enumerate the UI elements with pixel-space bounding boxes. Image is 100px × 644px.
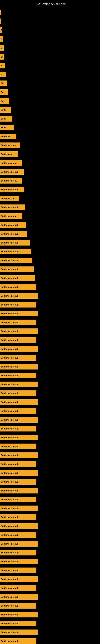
bar-label: | <box>0 20 1 22</box>
bar: Bottleneck result <box>0 408 36 414</box>
bar-label: Bottleneck <box>0 153 12 155</box>
bar-label: Bottleneck result <box>0 383 18 386</box>
bar: Bottleneck result <box>0 204 25 210</box>
bar-row: Bottleneck resu <box>0 158 100 168</box>
bar: Bottleneck result <box>0 461 36 467</box>
bar-label: Bottleneck result <box>0 604 18 607</box>
bar-row: Bot <box>0 96 100 106</box>
site-title: TheBottlenecker.com <box>0 1 100 8</box>
bar-row: Bottl <box>0 114 100 123</box>
bar-row: Bottleneck result <box>0 557 100 566</box>
bar: Bottleneck result <box>0 328 38 334</box>
bar-label: Bottleneck resu <box>0 162 17 164</box>
bar-label: Bottl <box>0 126 6 129</box>
bar-label: Bottleneck result <box>0 428 18 430</box>
bar-label: Bottleneck result <box>0 286 18 288</box>
bar: Bo <box>0 80 7 86</box>
bar-label: Bottleneck result <box>0 392 18 394</box>
bar-row: Bottleneck result <box>0 362 100 371</box>
bar-row: Bottleneck result <box>0 354 100 362</box>
bar: Bottleneck result <box>0 337 36 343</box>
bar-label: Bottl <box>0 109 6 111</box>
bar: Bottleneck result <box>0 284 36 290</box>
bar: Bottl <box>0 116 12 122</box>
bar-label: B <box>0 64 2 67</box>
bar: Bottleneck result <box>0 222 26 228</box>
bar: Bottleneck result <box>0 390 36 396</box>
bar: Bottleneck result <box>0 594 38 600</box>
bar-row: Bottleneck result <box>0 344 100 354</box>
bar-label: Bottleneck result <box>0 277 18 279</box>
bar-row: B <box>0 70 100 79</box>
bar-label: Bottleneck result <box>0 348 18 350</box>
bar-label: Bottleneck result <box>0 640 18 642</box>
bar-label: | <box>0 11 1 14</box>
bar-label: Bottlenec <box>0 135 11 138</box>
bar: Bottleneck result <box>0 364 38 370</box>
bar: Bottleneck res <box>0 142 20 148</box>
bar: Bottl <box>0 125 14 130</box>
bar-label: Bottleneck result <box>0 463 18 465</box>
bar-row: Bottleneck result <box>0 468 100 477</box>
bar-row: Bottleneck result <box>0 584 100 592</box>
bar-row: Bottleneck result <box>0 398 100 406</box>
bar-label: Bottleneck result <box>0 542 18 545</box>
bar: Bot <box>0 98 9 104</box>
bar-row: Bottleneck result <box>0 451 100 460</box>
bar: Bottleneck result <box>0 576 38 582</box>
bar-label: Bottleneck result <box>0 596 18 598</box>
bar-row: Bottleneck result <box>0 504 100 513</box>
bar-label: Bottleneck result <box>0 454 18 456</box>
bar: B <box>0 36 3 42</box>
bar-row: Bottleneck result <box>0 185 100 194</box>
bar: Bottleneck result <box>0 541 38 546</box>
bar-row: Bo <box>0 52 100 61</box>
bar: Bottleneck result <box>0 373 36 378</box>
bar-label: Bottleneck result <box>0 587 18 589</box>
bar-label: Bottleneck result <box>0 560 18 563</box>
bar: Bo <box>0 54 4 60</box>
bar-label: Bottleneck result <box>0 312 18 315</box>
bar: Bottleneck result <box>0 603 36 608</box>
bar-row: Bottleneck resu <box>0 176 100 185</box>
bar-row: Bottleneck result <box>0 495 100 504</box>
bar-row: Bottleneck result <box>0 265 100 274</box>
bar: Bottleneck result <box>0 240 30 246</box>
bar-row: E <box>0 26 100 34</box>
bar: Bottleneck result <box>0 550 36 556</box>
bar-row: Bottleneck result <box>0 309 100 318</box>
bar-label: Bottleneck result <box>0 445 18 448</box>
bar-label: Bottleneck result <box>0 552 18 554</box>
bar-row: Bottleneck result <box>0 486 100 495</box>
bar-label: Bottleneck result <box>0 224 18 226</box>
bar-label: Bottleneck result <box>0 507 18 510</box>
bar-label: Bottleneck res <box>0 144 16 146</box>
bar-label: Bottleneck result <box>0 410 18 412</box>
bar-label: Bottleneck result <box>0 242 18 244</box>
bar-label: Bottleneck result <box>0 578 18 580</box>
bar-label: Bottleneck result <box>0 472 18 474</box>
bar-row: Bottleneck result <box>0 406 100 416</box>
bar: Bottleneck result <box>0 532 36 538</box>
bar: Bottleneck result <box>0 488 38 494</box>
bar-row: Bottleneck result <box>0 477 100 486</box>
bar: Bottleneck result <box>0 452 38 458</box>
bar-label: Bottleneck result <box>0 490 18 492</box>
bar-row: Bottleneck result <box>0 601 100 610</box>
bar: Bottleneck result <box>0 435 38 440</box>
bar-label: Bottleneck result <box>0 622 18 625</box>
bar: Bottleneck resu <box>0 178 22 184</box>
bar-row: Bottleneck result <box>0 371 100 380</box>
bar: Bottleneck result <box>0 426 36 432</box>
bar-row: Bottleneck result <box>0 442 100 451</box>
bar-label: Bottleneck result <box>0 569 18 572</box>
bar-row: Bottleneck result <box>0 292 100 300</box>
bar-label: Bottleneck result <box>0 321 18 324</box>
bar: Bottleneck result <box>0 187 24 192</box>
bar-row: Bottleneck result <box>0 619 100 628</box>
bar-label: Bottleneck result <box>0 374 18 377</box>
bar-label: Bottleneck result <box>0 525 18 527</box>
bar-row: Bottleneck resu <box>0 212 100 220</box>
bar-row: Bottleneck result <box>0 389 100 398</box>
bar: Bottleneck resu <box>0 160 22 166</box>
